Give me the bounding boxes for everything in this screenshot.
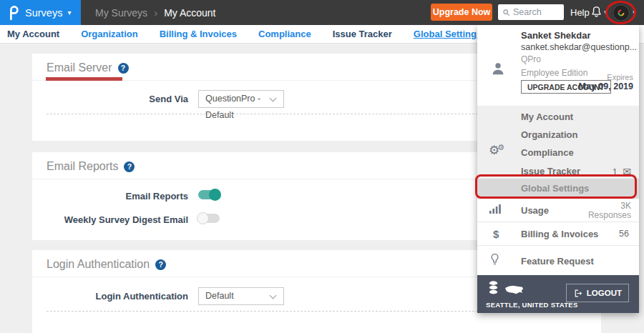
- billing-count: 56: [619, 229, 629, 239]
- user-name: Sanket Shekdar: [521, 30, 591, 41]
- datacenter-location: SEATTLE, UNITED STATES: [486, 301, 578, 309]
- issue-tracker-badge[interactable]: 1 ✉: [613, 166, 631, 177]
- user-org: QPro: [521, 54, 541, 64]
- expires-label: Expires: [607, 73, 633, 81]
- login-auth-title: Login Authentication: [47, 258, 150, 271]
- usa-map-icon: [504, 284, 524, 298]
- search-icon: [502, 9, 510, 16]
- user-avatar[interactable]: [612, 4, 630, 22]
- help-link[interactable]: Help: [570, 0, 590, 25]
- login-auth-field-label: Login Authentication: [32, 291, 188, 302]
- toggle-knob: [197, 212, 209, 224]
- toggle-knob: [209, 189, 221, 201]
- issue-tracker-count: 1: [613, 167, 618, 177]
- logout-icon: [573, 289, 582, 298]
- breadcrumb-my-surveys[interactable]: My Surveys: [95, 7, 147, 19]
- tab-organization[interactable]: Organization: [81, 29, 137, 39]
- billing-row[interactable]: $ Billing & Invoices 56: [477, 222, 639, 246]
- menu-item-my-account[interactable]: My Account: [521, 111, 573, 122]
- bar-chart-icon: [489, 204, 501, 217]
- search-box[interactable]: [498, 4, 564, 20]
- email-reports-title: Email Reports: [47, 160, 118, 173]
- settings-menu-group: ⚙⚙ My Account Organization Compliance Is…: [477, 106, 639, 199]
- envelope-icon: ✉: [623, 166, 631, 177]
- questionpro-app: Surveys ▾ My Surveys › My Account Upgrad…: [0, 0, 644, 333]
- avatar-caret-icon[interactable]: ▾: [633, 9, 636, 16]
- account-dropdown-panel: Sanket Shekdar sanket.shekdar@questionp.…: [477, 25, 639, 313]
- email-reports-toggle[interactable]: [198, 190, 220, 199]
- person-icon: [490, 61, 506, 79]
- user-email: sanket.shekdar@questionp...: [521, 42, 637, 52]
- notifications-bell-icon[interactable]: [590, 5, 603, 22]
- menu-item-global-settings[interactable]: Global Settings: [477, 179, 639, 199]
- weekly-digest-toggle-label: Weekly Survey Digest Email: [32, 214, 188, 225]
- send-via-label: Send Via: [32, 94, 188, 104]
- dollar-icon: $: [493, 228, 499, 240]
- send-via-select[interactable]: QuestionPro - Default: [198, 90, 284, 108]
- email-reports-toggle-label: Email Reports: [32, 191, 188, 202]
- email-server-title: Email Server: [47, 61, 112, 74]
- logout-button[interactable]: LOGOUT: [566, 284, 629, 302]
- breadcrumb-current: My Account: [164, 7, 215, 19]
- tab-my-account[interactable]: My Account: [7, 29, 59, 39]
- tab-global-settings[interactable]: Global Settings: [414, 29, 482, 39]
- help-question-icon[interactable]: ?: [118, 63, 129, 74]
- weekly-digest-toggle[interactable]: [198, 214, 220, 223]
- breadcrumb-separator-icon: ›: [154, 6, 157, 19]
- lightbulb-icon: [489, 252, 500, 269]
- panel-footer: SEATTLE, UNITED STATES LOGOUT: [477, 275, 639, 313]
- tab-billing-invoices[interactable]: Billing & Invoices: [160, 29, 237, 39]
- database-icon: [488, 280, 499, 299]
- expires-date: May 09, 2019: [579, 81, 633, 91]
- billing-label: Billing & Invoices: [521, 229, 598, 239]
- usage-label: Usage: [521, 205, 549, 216]
- usage-row[interactable]: Usage 3K Responses: [477, 199, 639, 222]
- menu-item-organization[interactable]: Organization: [521, 129, 577, 140]
- menu-item-compliance[interactable]: Compliance: [521, 147, 574, 158]
- product-menu[interactable]: Surveys ▾: [0, 0, 81, 25]
- bell-caret-icon[interactable]: ▾: [604, 9, 608, 16]
- questionpro-logo-icon: [7, 4, 20, 21]
- help-question-icon[interactable]: ?: [124, 161, 135, 172]
- chevron-down-icon: ▾: [67, 9, 71, 16]
- email-reports-heading: Email Reports ?: [47, 160, 135, 173]
- search-input[interactable]: [513, 7, 559, 17]
- product-menu-label: Surveys: [25, 7, 62, 19]
- tab-compliance[interactable]: Compliance: [258, 29, 311, 39]
- feature-request-row[interactable]: Feature Request: [477, 246, 639, 275]
- gears-icon: ⚙⚙: [489, 143, 504, 158]
- menu-item-issue-tracker[interactable]: Issue Tracker: [521, 166, 580, 177]
- chevron-down-icon: [270, 292, 277, 299]
- upgrade-now-button[interactable]: Upgrade Now: [431, 4, 492, 21]
- send-via-value: QuestionPro - Default: [205, 94, 260, 120]
- top-header: Surveys ▾ My Surveys › My Account Upgrad…: [0, 0, 644, 25]
- email-server-heading: Email Server ?: [47, 61, 129, 74]
- login-auth-select[interactable]: Default: [198, 287, 284, 305]
- feature-request-label: Feature Request: [521, 255, 594, 266]
- user-info-section: Sanket Shekdar sanket.shekdar@questionp.…: [477, 25, 639, 106]
- usage-value: 3K: [620, 201, 631, 211]
- logout-label: LOGOUT: [587, 289, 622, 297]
- login-auth-heading: Login Authentication ?: [47, 258, 166, 271]
- email-server-annotation-underline: [46, 77, 122, 81]
- help-question-icon[interactable]: ?: [155, 259, 166, 270]
- tab-issue-tracker[interactable]: Issue Tracker: [333, 29, 392, 39]
- breadcrumb: My Surveys › My Account: [95, 0, 216, 25]
- usage-unit: Responses: [588, 210, 631, 220]
- login-auth-value: Default: [205, 291, 234, 301]
- license-edition: Employee Edition: [521, 68, 587, 78]
- chevron-down-icon: [270, 95, 277, 102]
